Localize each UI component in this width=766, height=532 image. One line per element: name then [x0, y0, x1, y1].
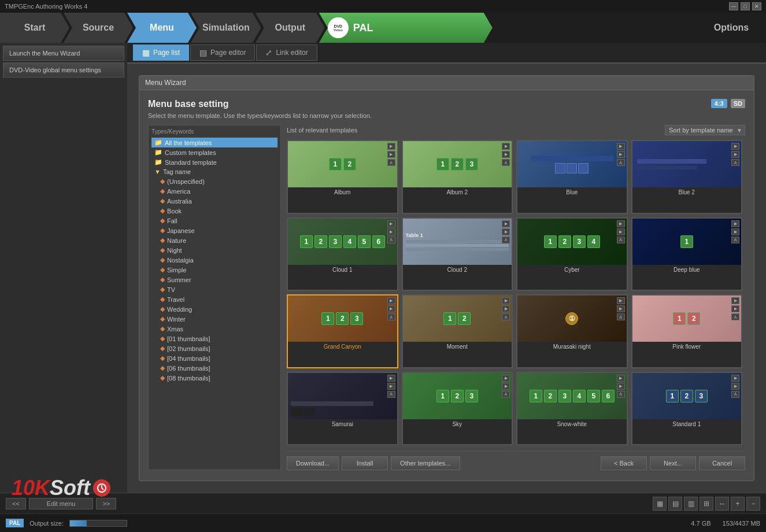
template-thumb-moment: 1 2 ▶ ▶ A — [403, 295, 512, 342]
dialog-heading: Menu base setting — [148, 99, 372, 109]
status-progress-fill — [70, 520, 87, 526]
tree-item-tv[interactable]: ◆TV — [151, 285, 277, 294]
next-button[interactable]: Next... — [650, 456, 696, 470]
link-editor-icon: ⤢ — [265, 48, 272, 57]
menu-wizard-dialog: Menu Wizard Menu base setting Select the… — [139, 75, 754, 481]
template-thumb-blue: ▶ ▶ A — [517, 141, 627, 187]
nav-menu[interactable]: Menu — [127, 13, 197, 43]
tree-item-travel[interactable]: ◆Travel — [151, 294, 277, 304]
template-pinkflower[interactable]: 1 2 ▶ ▶ A Pi — [631, 294, 743, 368]
sort-select[interactable]: Sort by template name — [665, 125, 745, 135]
tab-bar: ▦ Page list ▤ Page editor ⤢ Link editor — [127, 43, 766, 64]
nav-start[interactable]: Start — [0, 13, 69, 43]
template-grandcanyon[interactable]: 1 2 3 ▶ ▶ A — [287, 294, 398, 368]
status-progress-bar — [69, 520, 127, 527]
minus-icon[interactable]: − — [746, 497, 760, 511]
bottom-icons: ▦ ▤ ▥ ⊞ ↔ + − — [653, 497, 760, 511]
close-button[interactable]: ✕ — [752, 2, 761, 10]
cancel-button[interactable]: Cancel — [699, 456, 745, 470]
template-name-moment: Moment — [403, 342, 512, 352]
nav-source[interactable]: Source — [64, 13, 133, 43]
tree-item-nature[interactable]: ◆Nature — [151, 235, 277, 245]
template-name-deepblue: Deep blue — [632, 265, 742, 275]
tree-item-winter[interactable]: ◆Winter — [151, 314, 277, 324]
minimize-button[interactable]: — — [729, 2, 738, 10]
back-button[interactable]: < Back — [601, 456, 647, 470]
template-thumb-snowwhite: 1 2 3 4 5 6 ▶ — [517, 373, 627, 419]
tab-link-editor-label: Link editor — [276, 49, 308, 57]
grid-icon[interactable]: ▦ — [653, 497, 667, 511]
template-deepblue[interactable]: 1 ▶ ▶ A Deep blue — [631, 217, 743, 291]
dialog-subtitle: Select the menu template. Use the types/… — [148, 112, 372, 119]
tree-item-australia[interactable]: ◆Australia — [151, 196, 277, 206]
templates-panel: List of relevant templates Sort by templ… — [287, 125, 745, 470]
nav-options[interactable]: Options — [697, 13, 766, 43]
tree-item-unspecified[interactable]: ◆(Unspecified) — [151, 176, 277, 186]
template-snowwhite[interactable]: 1 2 3 4 5 6 ▶ — [516, 372, 628, 446]
nav-simulation[interactable]: Simulation — [191, 13, 261, 43]
template-name-pinkflower: Pink flower — [632, 342, 742, 352]
template-album2[interactable]: 1 2 3 ▶ ▶ A — [402, 140, 513, 214]
launch-menu-wizard-button[interactable]: Launch the Menu Wizard — [3, 46, 124, 61]
tree-item-04-thumbnails[interactable]: ◆[04 thumbnails] — [151, 353, 277, 363]
tree-item-wedding[interactable]: ◆Wedding — [151, 304, 277, 314]
right-panel: ▦ Page list ▤ Page editor ⤢ Link editor … — [127, 43, 766, 493]
layout-icon[interactable]: ⊞ — [700, 497, 713, 511]
nav-output[interactable]: Output — [256, 13, 325, 43]
template-cloud1[interactable]: 1 2 3 4 5 6 ▶ — [287, 217, 398, 291]
tree-item-book[interactable]: ◆Book — [151, 206, 277, 216]
tree-item-japanese[interactable]: ◆Japanese — [151, 226, 277, 235]
template-cyber[interactable]: 1 2 3 4 ▶ ▶ A — [516, 217, 628, 291]
tree-item-02-thumbnails[interactable]: ◆[02 thumbnails] — [151, 343, 277, 353]
template-blue[interactable]: ▶ ▶ A Blue — [516, 140, 628, 214]
download-button[interactable]: Download... — [287, 456, 339, 470]
watermark: 10K Soft — [12, 476, 110, 500]
tree-item-06-thumbnails[interactable]: ◆[06 thumbnails] — [151, 363, 277, 373]
bottom-tabs-bar: << Edit menu >> ▦ ▤ ▥ ⊞ ↔ + − — [0, 493, 766, 513]
dvd-logo-icon: DVD Video — [328, 17, 349, 38]
template-album[interactable]: 1 2 ▶ ▶ A Al — [287, 140, 398, 214]
tree-item-08-thumbnails[interactable]: ◆[08 thumbnails] — [151, 373, 277, 383]
tree-item-01-thumbnails[interactable]: ◆[01 thumbnails] — [151, 334, 277, 343]
template-murasaki[interactable]: ① ▶ ▶ A Murasaki night — [516, 294, 628, 368]
template-sky[interactable]: 1 2 3 ▶ ▶ A — [402, 372, 513, 446]
tab-page-editor[interactable]: ▤ Page editor — [190, 45, 255, 61]
template-blue2[interactable]: ▶ ▶ A Blue 2 — [631, 140, 743, 214]
tree-item-night[interactable]: ◆Night — [151, 245, 277, 255]
dialog-content: Menu base setting Select the menu templa… — [139, 90, 754, 479]
template-name-samurai: Samurai — [288, 419, 397, 429]
template-moment[interactable]: 1 2 ▶ ▶ A Mo — [402, 294, 513, 368]
tree-item-nostalgia[interactable]: ◆Nostalgia — [151, 255, 277, 265]
list-icon[interactable]: ▤ — [668, 497, 682, 511]
template-name-sky: Sky — [403, 419, 512, 429]
other-templates-button[interactable]: Other templates... — [391, 456, 460, 470]
tab-link-editor[interactable]: ⤢ Link editor — [256, 45, 317, 61]
folder-icon: 📁 — [154, 139, 162, 146]
tree-item-all-templates[interactable]: 📁 All the templates — [151, 138, 277, 147]
expand-icon[interactable]: ↔ — [715, 497, 729, 511]
template-samurai[interactable]: ▶ ▶ A Samurai — [287, 372, 398, 446]
tree-item-custom[interactable]: 📁 Custom templates — [151, 147, 277, 157]
templates-toolbar: List of relevant templates Sort by templ… — [287, 125, 745, 135]
columns-icon[interactable]: ▥ — [684, 497, 698, 511]
templates-label: List of relevant templates — [287, 127, 357, 134]
tree-item-xmas[interactable]: ◆Xmas — [151, 324, 277, 334]
tree-item-tagname[interactable]: ▼ Tag name — [151, 167, 277, 176]
tree-item-america[interactable]: ◆America — [151, 186, 277, 196]
template-thumb-pinkflower: 1 2 ▶ ▶ A — [632, 295, 742, 342]
tree-item-standard[interactable]: 📁 Standard template — [151, 157, 277, 167]
sd-badge: SD — [731, 99, 745, 108]
template-name-cyber: Cyber — [517, 265, 627, 275]
install-button[interactable]: Install — [342, 456, 388, 470]
plus-icon[interactable]: + — [731, 497, 745, 511]
nav-dvd-pal[interactable]: DVD Video PAL — [319, 13, 493, 43]
tree-item-fall[interactable]: ◆Fall — [151, 216, 277, 226]
dvd-global-menu-settings-button[interactable]: DVD-Video global menu settings — [3, 62, 124, 77]
maximize-button[interactable]: □ — [741, 2, 750, 10]
status-output-label: Output size: — [29, 520, 64, 527]
template-cloud2[interactable]: Table 1 ▶ ▶ A — [402, 217, 513, 291]
tab-page-list[interactable]: ▦ Page list — [133, 45, 189, 61]
tree-item-summer[interactable]: ◆Summer — [151, 275, 277, 285]
template-standard1[interactable]: 1 2 3 ▶ ▶ A — [631, 372, 743, 446]
tree-item-simple[interactable]: ◆Simple — [151, 265, 277, 275]
